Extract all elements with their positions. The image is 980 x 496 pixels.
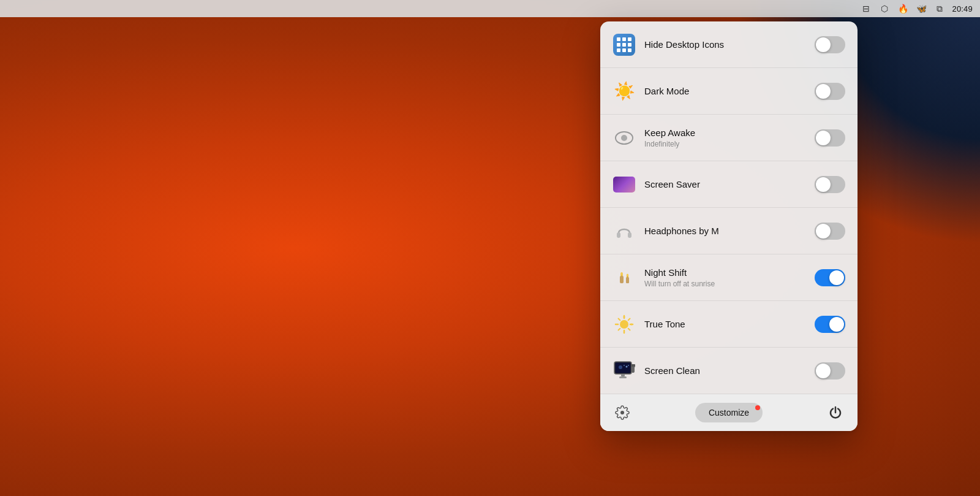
screensaver-icon [612, 173, 636, 196]
menu-item-headphones[interactable]: Headphones by M [600, 208, 858, 254]
menu-item-screen-clean[interactable]: Screen Clean [600, 348, 858, 394]
item-text-screen-clean: Screen Clean [644, 365, 815, 377]
svg-rect-22 [616, 363, 630, 373]
svg-rect-30 [631, 364, 635, 367]
true-tone-toggle[interactable] [815, 316, 845, 333]
hide-desktop-title: Hide Desktop Icons [644, 39, 815, 51]
upload-icon[interactable]: ⬡ [878, 2, 891, 15]
menu-item-true-tone[interactable]: True Tone [600, 301, 858, 348]
night-shift-title: Night Shift [644, 267, 815, 279]
screenclean-icon [612, 359, 636, 383]
svg-point-25 [628, 365, 629, 366]
screen-clean-toggle[interactable] [815, 362, 845, 380]
night-shift-subtitle: Will turn off at sunrise [644, 280, 815, 288]
menubar-time: 20:49 [952, 4, 973, 13]
menu-item-keep-awake[interactable]: Keep Awake Indefinitely [600, 115, 858, 161]
svg-point-24 [624, 365, 625, 366]
item-text-keep-awake: Keep Awake Indefinitely [644, 127, 815, 148]
menu-item-hide-desktop-icons[interactable]: Hide Desktop Icons [600, 21, 858, 68]
screen-saver-title: Screen Saver [644, 178, 815, 191]
svg-rect-2 [617, 232, 620, 238]
nightshift-icon [612, 266, 636, 289]
dark-mode-title: Dark Mode [644, 85, 815, 97]
customize-button[interactable]: Customize [695, 403, 763, 422]
butterfly-icon[interactable]: 🦋 [915, 2, 927, 15]
bottom-bar: Customize [600, 394, 858, 431]
svg-line-18 [619, 328, 620, 330]
power-button[interactable] [826, 403, 845, 422]
headphones-toggle[interactable] [815, 223, 845, 240]
svg-point-1 [621, 135, 627, 141]
grid-icon [612, 33, 636, 56]
svg-line-15 [619, 318, 620, 320]
sun-icon: ☀️ [612, 80, 636, 103]
notification-dot [755, 405, 760, 410]
svg-point-23 [626, 365, 628, 367]
svg-rect-28 [619, 376, 627, 378]
svg-point-19 [624, 316, 625, 318]
remote-icon[interactable]: ⧉ [933, 2, 946, 15]
screen-clean-title: Screen Clean [644, 365, 815, 377]
item-text-hide-desktop: Hide Desktop Icons [644, 39, 815, 51]
keep-awake-toggle[interactable] [815, 129, 845, 147]
keep-awake-title: Keep Awake [644, 127, 815, 139]
screen-saver-toggle[interactable] [815, 176, 845, 193]
night-shift-toggle[interactable] [815, 269, 845, 286]
menubar: ⊟ ⬡ 🔥 🦋 ⧉ 20:49 [0, 0, 980, 17]
item-text-true-tone: True Tone [644, 318, 815, 330]
svg-rect-27 [621, 374, 625, 376]
svg-line-16 [628, 328, 630, 330]
settings-gear-icon[interactable] [612, 403, 632, 422]
hide-desktop-toggle[interactable] [815, 36, 845, 53]
dark-mode-toggle[interactable] [815, 83, 845, 100]
svg-rect-4 [620, 276, 624, 283]
svg-point-10 [620, 320, 628, 329]
storage-icon[interactable]: ⊟ [860, 2, 872, 15]
flame-icon[interactable]: 🔥 [897, 2, 909, 15]
svg-line-17 [628, 318, 630, 320]
popup-panel: Hide Desktop Icons ☀️ Dark Mode Keep Awa… [600, 21, 858, 431]
svg-point-26 [619, 365, 622, 369]
true-tone-title: True Tone [644, 318, 815, 330]
item-text-headphones: Headphones by M [644, 225, 815, 237]
headphones-icon [612, 219, 636, 243]
keepawake-icon [612, 126, 636, 150]
truetone-icon [612, 313, 636, 336]
menu-item-night-shift[interactable]: Night Shift Will turn off at sunrise [600, 254, 858, 301]
item-text-dark-mode: Dark Mode [644, 85, 815, 97]
menubar-right: ⊟ ⬡ 🔥 🦋 ⧉ 20:49 [860, 2, 973, 15]
svg-point-9 [627, 273, 629, 277]
svg-rect-7 [626, 277, 629, 283]
svg-point-20 [631, 323, 633, 325]
keep-awake-subtitle: Indefinitely [644, 140, 815, 148]
menu-item-dark-mode[interactable]: ☀️ Dark Mode [600, 68, 858, 115]
item-text-screen-saver: Screen Saver [644, 178, 815, 191]
headphones-title: Headphones by M [644, 225, 815, 237]
svg-rect-3 [628, 232, 631, 238]
item-text-night-shift: Night Shift Will turn off at sunrise [644, 267, 815, 288]
svg-point-6 [620, 272, 623, 276]
menu-item-screen-saver[interactable]: Screen Saver [600, 161, 858, 208]
desktop: ⊟ ⬡ 🔥 🦋 ⧉ 20:49 [0, 0, 980, 496]
